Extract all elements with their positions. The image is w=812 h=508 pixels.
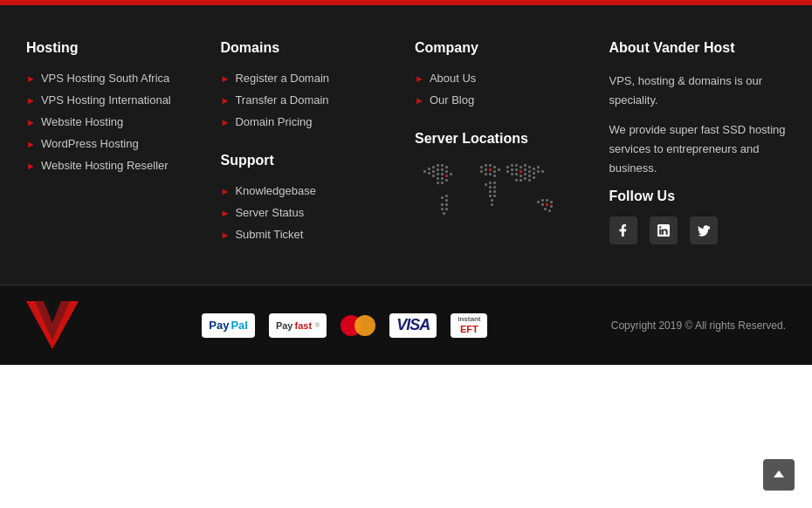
svg-rect-75 — [515, 179, 518, 182]
facebook-icon[interactable] — [609, 216, 637, 244]
wordpress-hosting-link[interactable]: ► WordPress Hosting — [26, 137, 203, 150]
follow-us-heading: Follow Us — [609, 189, 787, 204]
vps-sa-link[interactable]: ► VPS Hosting South Africa — [26, 72, 203, 85]
svg-rect-4 — [441, 164, 444, 167]
instanteft-badge: instant EFT — [451, 313, 487, 338]
svg-rect-81 — [546, 199, 548, 202]
chevron-icon: ► — [26, 161, 36, 171]
server-status-link[interactable]: ► Server Status — [221, 206, 398, 219]
svg-rect-78 — [528, 179, 531, 182]
transfer-domain-link[interactable]: ► Transfer a Domain — [221, 93, 398, 106]
svg-rect-48 — [489, 195, 492, 197]
svg-rect-55 — [520, 166, 522, 168]
svg-rect-15 — [450, 173, 452, 175]
website-reseller-link[interactable]: ► Website Hosting Reseller — [26, 159, 203, 172]
svg-rect-24 — [445, 203, 448, 206]
list-item: ► WordPress Hosting — [26, 137, 203, 150]
svg-rect-21 — [441, 196, 444, 199]
register-domain-link[interactable]: ► Register a Domain — [221, 72, 398, 85]
svg-rect-0 — [423, 170, 426, 173]
svg-rect-85 — [550, 205, 553, 208]
svg-rect-29 — [480, 166, 483, 168]
svg-rect-1 — [428, 168, 430, 170]
chevron-icon: ► — [415, 73, 424, 84]
svg-rect-62 — [515, 168, 518, 171]
vps-intl-link[interactable]: ► VPS Hosting International — [26, 93, 203, 106]
svg-rect-88 — [445, 175, 448, 177]
about-us-link[interactable]: ► About Us — [415, 72, 592, 85]
company-links: ► About Us ► Our Blog — [415, 72, 592, 106]
company-column: Company ► About Us ► Our Blog Server Loc… — [415, 40, 592, 250]
footer-columns: Hosting ► VPS Hosting South Africa ► VPS… — [26, 40, 786, 250]
our-blog-link[interactable]: ► Our Blog — [415, 93, 592, 106]
support-links: ► Knowledgebase ► Server Status ► Submit… — [221, 184, 398, 241]
svg-rect-65 — [528, 170, 531, 173]
svg-rect-5 — [445, 166, 448, 168]
svg-rect-36 — [493, 170, 496, 173]
list-item: ► Knowledgebase — [221, 184, 398, 197]
svg-rect-12 — [437, 173, 439, 175]
domains-column: Domains ► Register a Domain ► Transfer a… — [221, 40, 398, 250]
payment-icons: PayPal Payfast ® VISA instant EFT — [202, 313, 487, 338]
mastercard-badge — [341, 313, 375, 338]
list-item: ► Register a Domain — [221, 72, 398, 85]
svg-rect-31 — [489, 164, 492, 167]
svg-rect-18 — [445, 179, 448, 182]
svg-rect-57 — [528, 166, 531, 168]
svg-rect-20 — [441, 182, 444, 184]
list-item: ► Transfer a Domain — [221, 93, 398, 106]
company-heading: Company — [415, 40, 592, 56]
svg-rect-86 — [544, 208, 547, 210]
payfast-badge: Payfast ® — [269, 313, 327, 338]
server-locations: Server Locations — [415, 131, 592, 248]
list-item: ► Our Blog — [415, 93, 592, 106]
svg-rect-58 — [533, 168, 535, 170]
domain-pricing-link[interactable]: ► Domain Pricing — [221, 115, 398, 128]
knowledgebase-link[interactable]: ► Knowledgebase — [221, 184, 398, 197]
linkedin-icon[interactable] — [650, 216, 678, 244]
svg-rect-38 — [485, 173, 487, 175]
svg-rect-22 — [445, 195, 448, 197]
twitter-icon[interactable] — [690, 216, 718, 244]
chevron-icon: ► — [26, 73, 36, 84]
svg-rect-49 — [493, 195, 496, 197]
svg-rect-79 — [537, 201, 540, 203]
svg-rect-69 — [511, 173, 513, 175]
chevron-icon: ► — [415, 95, 424, 106]
domains-links: ► Register a Domain ► Transfer a Domain … — [221, 72, 398, 128]
svg-rect-8 — [437, 168, 439, 171]
svg-rect-77 — [524, 177, 526, 180]
about-column: About Vander Host VPS, hosting & domains… — [609, 40, 787, 250]
submit-ticket-link[interactable]: ► Submit Ticket — [221, 228, 398, 241]
chevron-icon: ► — [221, 117, 231, 127]
mc-circle-right — [354, 315, 375, 336]
svg-rect-3 — [437, 164, 439, 167]
svg-rect-2 — [432, 166, 435, 168]
svg-rect-67 — [537, 170, 540, 173]
chevron-icon: ► — [221, 73, 231, 84]
svg-rect-82 — [550, 201, 553, 203]
chevron-icon: ► — [221, 208, 231, 218]
svg-rect-90 — [520, 170, 522, 173]
svg-rect-47 — [493, 190, 496, 193]
svg-rect-32 — [493, 166, 496, 168]
chevron-icon: ► — [26, 139, 36, 149]
scroll-top-button[interactable] — [763, 459, 795, 491]
website-hosting-link[interactable]: ► Website Hosting — [26, 115, 203, 128]
chevron-icon: ► — [221, 186, 231, 196]
footer-main: Hosting ► VPS Hosting South Africa ► VPS… — [0, 5, 812, 285]
svg-rect-19 — [437, 182, 439, 184]
chevron-icon: ► — [221, 230, 231, 240]
svg-rect-89 — [489, 168, 492, 171]
list-item: ► VPS Hosting South Africa — [26, 72, 203, 85]
follow-us-section: Follow Us — [609, 189, 787, 244]
svg-rect-9 — [441, 168, 444, 171]
hosting-heading: Hosting — [26, 40, 203, 56]
list-item: ► Domain Pricing — [221, 115, 398, 128]
svg-rect-13 — [441, 173, 444, 175]
svg-rect-60 — [506, 170, 509, 173]
svg-rect-27 — [445, 208, 448, 210]
svg-rect-46 — [489, 190, 492, 193]
list-item: ► Server Status — [221, 206, 398, 219]
svg-rect-44 — [489, 186, 492, 189]
